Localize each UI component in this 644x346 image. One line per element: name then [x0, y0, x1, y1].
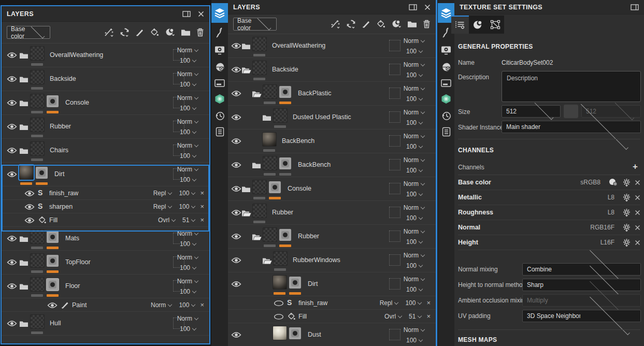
- opacity-dropdown[interactable]: 100: [406, 143, 422, 150]
- dock-window-icon[interactable]: [631, 4, 639, 10]
- layer-row[interactable]: ConsoleNorm100: [2, 91, 209, 115]
- layer-row[interactable]: BacksideNorm100: [228, 58, 436, 82]
- blend-mode-dropdown[interactable]: Norm: [404, 85, 424, 92]
- channel-settings-icon[interactable]: [622, 223, 631, 232]
- opacity-dropdown[interactable]: 100: [180, 152, 196, 160]
- close-icon[interactable]: [198, 11, 204, 17]
- eye-visibility-icon[interactable]: [7, 52, 17, 59]
- layer-row[interactable]: Dusted Used PlasticNorm100: [228, 106, 436, 129]
- add-smart-material-icon[interactable]: [165, 28, 175, 37]
- layer-row[interactable]: OverallWeatheringNorm100: [2, 44, 209, 67]
- mask-target-box[interactable]: [389, 111, 400, 123]
- effect-opacity-dropdown[interactable]: 100: [179, 203, 195, 210]
- mask-thumbnail[interactable]: [47, 255, 59, 267]
- add-fill-layer-icon[interactable]: [120, 28, 130, 37]
- add-fill-layer-icon[interactable]: [346, 20, 356, 28]
- dock-item-display-settings[interactable]: [211, 41, 228, 59]
- add-folder-icon[interactable]: [181, 28, 191, 36]
- layer-thumbnail[interactable]: [273, 275, 287, 290]
- dock-window-icon[interactable]: [409, 4, 417, 10]
- blend-mode-dropdown[interactable]: Norm: [177, 166, 198, 173]
- eye-visibility-icon[interactable]: [231, 162, 241, 168]
- effect-row[interactable]: FillOvrl51×: [2, 213, 209, 227]
- effect-blend-dropdown[interactable]: Ovrl: [158, 217, 175, 224]
- eye-visibility-icon[interactable]: [231, 66, 241, 73]
- blend-mode-dropdown[interactable]: Norm: [404, 326, 424, 334]
- mask-thumbnail[interactable]: [289, 327, 301, 339]
- add-fill-icon[interactable]: [150, 28, 159, 37]
- opacity-dropdown[interactable]: 100: [180, 128, 196, 136]
- eye-visibility-icon[interactable]: [231, 257, 241, 264]
- remove-effect-icon[interactable]: ×: [200, 189, 204, 197]
- opacity-dropdown[interactable]: 100: [180, 105, 196, 112]
- layer-thumbnail[interactable]: [252, 61, 267, 75]
- dock-item-layers[interactable]: [211, 3, 228, 23]
- eye-visibility-icon[interactable]: [231, 185, 241, 192]
- description-input[interactable]: Description: [502, 71, 641, 102]
- dock-window-icon[interactable]: [182, 11, 191, 17]
- layer-row[interactable]: RubberWindowsNorm100: [228, 249, 436, 272]
- opacity-dropdown[interactable]: 100: [406, 71, 422, 79]
- dock-item-history[interactable]: [438, 107, 454, 124]
- eye-visibility-icon[interactable]: [47, 302, 58, 309]
- add-paint-layer-icon[interactable]: [362, 20, 370, 28]
- add-smart-mask-icon[interactable]: [104, 28, 114, 37]
- add-channel-button[interactable]: +: [633, 162, 638, 172]
- effect-row[interactable]: SsharpenRepl100×: [2, 200, 209, 213]
- dock-item-paint-squiggle[interactable]: [211, 24, 228, 41]
- effect-opacity-dropdown[interactable]: 100: [179, 190, 195, 197]
- layer-row[interactable]: ChairsNorm100: [2, 139, 209, 163]
- remove-effect-icon[interactable]: ×: [200, 301, 204, 309]
- size-select[interactable]: 512: [502, 105, 561, 118]
- close-icon[interactable]: [424, 4, 431, 10]
- layer-thumbnail[interactable]: [30, 141, 45, 156]
- blend-mode-dropdown[interactable]: Norm: [404, 37, 424, 45]
- mask-target-box[interactable]: [389, 40, 400, 51]
- channel-settings-icon[interactable]: [622, 208, 631, 217]
- blend-mode-dropdown[interactable]: Norm: [177, 142, 198, 149]
- mask-thumbnail[interactable]: [279, 86, 291, 98]
- normal-mixing-select[interactable]: Combine: [522, 263, 641, 276]
- remove-icon[interactable]: [635, 180, 640, 185]
- dock-item-log[interactable]: [438, 123, 454, 140]
- eye-visibility-icon[interactable]: [231, 114, 241, 121]
- eye-visibility-icon[interactable]: [231, 281, 241, 287]
- mask-target-box[interactable]: [389, 329, 400, 340]
- blend-mode-dropdown[interactable]: Norm: [177, 118, 198, 125]
- dock-item-shader-settings[interactable]: [211, 58, 228, 76]
- effect-blend-dropdown[interactable]: Ovrl: [384, 313, 402, 320]
- layer-row[interactable]: DustNorm100: [228, 323, 436, 346]
- blend-mode-dropdown[interactable]: Norm: [404, 228, 424, 235]
- layer-thumbnail[interactable]: [263, 156, 277, 170]
- blend-mode-dropdown[interactable]: Norm: [404, 252, 424, 259]
- eye-visibility-icon[interactable]: [7, 259, 17, 266]
- layer-thumbnail[interactable]: [252, 37, 267, 51]
- opacity-dropdown[interactable]: 100: [180, 288, 196, 295]
- eye-visibility-icon[interactable]: [24, 204, 35, 210]
- mask-thumbnail[interactable]: [279, 157, 291, 169]
- dock-item-dock-toolbar[interactable]: [211, 74, 228, 92]
- mask-thumbnail[interactable]: [36, 167, 48, 179]
- layer-thumbnail[interactable]: [252, 180, 267, 194]
- remove-icon[interactable]: [635, 195, 640, 200]
- dock-item-iray-render[interactable]: [438, 90, 454, 108]
- channel-filter-select[interactable]: Base color: [233, 18, 277, 31]
- layer-thumbnail[interactable]: [30, 118, 45, 132]
- channel-settings-icon[interactable]: [622, 193, 631, 202]
- eye-hidden-icon[interactable]: [274, 300, 284, 307]
- eye-visibility-icon[interactable]: [24, 190, 35, 197]
- opacity-dropdown[interactable]: 100: [180, 57, 196, 64]
- remove-effect-icon[interactable]: ×: [426, 299, 431, 307]
- effect-blend-dropdown[interactable]: Repl: [153, 190, 172, 197]
- layer-thumbnail[interactable]: [273, 251, 288, 266]
- dock-item-display-settings[interactable]: [438, 41, 454, 59]
- blend-mode-dropdown[interactable]: Norm: [177, 230, 198, 237]
- opacity-dropdown[interactable]: 100: [406, 95, 422, 103]
- mask-target-box[interactable]: [389, 159, 400, 170]
- height-to-normal-method-select[interactable]: Sharp: [522, 279, 641, 291]
- layer-row[interactable]: BackBenchNorm100: [228, 153, 436, 177]
- opacity-dropdown[interactable]: 100: [406, 191, 422, 198]
- remove-icon[interactable]: [635, 240, 640, 246]
- layer-row[interactable]: DirtNorm100: [228, 272, 436, 296]
- opacity-dropdown[interactable]: 100: [406, 167, 422, 174]
